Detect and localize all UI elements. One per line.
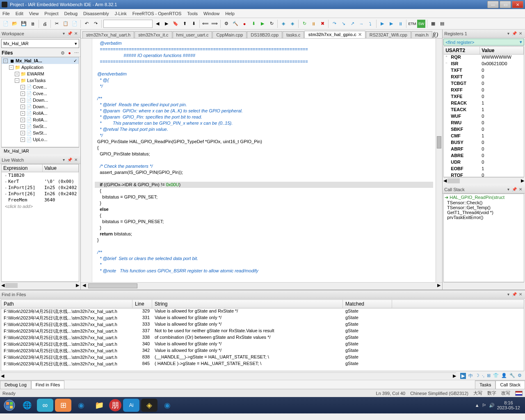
find-prev-icon[interactable]: ◀ — [153, 20, 162, 28]
fif-row[interactable]: F:\Work\2023年\4月25日\流水线...\stm32h7xx_hal… — [1, 335, 524, 341]
register-row[interactable]: +RQRWWWWWWW — [444, 55, 524, 61]
hscrollbar[interactable]: ◀▶ — [1, 372, 456, 379]
editor-tab[interactable]: DS18B20.cpp — [247, 31, 282, 38]
tree-row[interactable]: +📄RollA... — [2, 116, 79, 123]
find-register-combo[interactable]: <find register> ▾ — [443, 39, 524, 46]
menu-jlink[interactable]: J-Link — [114, 11, 126, 16]
bookmark-icon[interactable]: 🔖 — [171, 20, 180, 28]
project-tree[interactable]: −◼Mx_Hal_IA...✓−📁Application+📁EWARM−📁Lsx… — [1, 57, 79, 147]
download-icon[interactable]: ⬇ — [249, 20, 258, 28]
print-icon[interactable]: 🖨 — [41, 20, 49, 28]
stop-icon[interactable]: ✖ — [318, 20, 326, 28]
tree-row[interactable]: +📄Down... — [2, 97, 79, 103]
start-button[interactable] — [2, 399, 17, 412]
tree-row[interactable]: −📁Application — [2, 64, 79, 71]
tree-row[interactable]: +📄Cove... — [2, 84, 79, 90]
fif-col[interactable]: Path — [1, 300, 132, 308]
tree-row[interactable]: +📁EWARM — [2, 71, 79, 77]
menu-tools[interactable]: Tools — [187, 11, 198, 16]
fif-row[interactable]: F:\Work\2023年\4月25日\流水线...\stm32h7xx_hal… — [1, 348, 524, 354]
register-row[interactable]: WUF0 — [444, 114, 524, 120]
toggle-bp-icon[interactable]: ● — [240, 20, 249, 28]
registers-table[interactable]: USART2 Value +RQRWWWWWWW−ISR0x006210D0TX… — [443, 46, 524, 177]
menu-project[interactable]: Project — [44, 11, 58, 16]
tree-row[interactable]: +📄RollA... — [2, 110, 79, 116]
break-icon[interactable]: ⏸ — [309, 20, 317, 28]
close-button[interactable]: ✕ — [512, 1, 523, 8]
panel-dropdown-icon[interactable]: ▾ — [61, 31, 66, 37]
compile-icon[interactable]: ⚙ — [222, 20, 231, 28]
orange-icon[interactable]: ⊞ — [55, 399, 71, 412]
ch-icon[interactable]: 中 — [468, 373, 473, 379]
tray-action-icon[interactable]: 🏳 — [482, 403, 486, 408]
make-icon[interactable]: 🔨 — [231, 20, 240, 28]
panel-close-icon[interactable]: ✕ — [518, 292, 523, 297]
panel-close-icon[interactable]: ✕ — [73, 157, 79, 163]
swo-icon[interactable]: SW — [417, 20, 425, 28]
find-next-icon[interactable]: ▶ — [162, 20, 171, 28]
square-icon[interactable]: ▶ — [460, 373, 466, 379]
register-row[interactable]: TCBGT0 — [444, 81, 524, 87]
hscrollbar[interactable] — [443, 282, 524, 289]
wrench-icon[interactable]: 🔧 — [509, 373, 515, 379]
etm-icon[interactable]: ETM — [408, 20, 416, 28]
debug-icon[interactable]: ▶ — [258, 20, 267, 28]
register-row[interactable]: BUSY0 — [444, 140, 524, 146]
flag-icon[interactable] — [515, 391, 523, 396]
bookmark-prev-icon[interactable]: ⬆ — [180, 20, 189, 28]
cube2-icon[interactable]: ◈ — [288, 20, 297, 28]
run-cursor-icon[interactable]: ⤵ — [366, 20, 374, 28]
editor-tab[interactable]: RS232AT_Wifi.cpp — [366, 31, 411, 38]
register-row[interactable]: RWU0 — [444, 120, 524, 127]
step-next-icon[interactable]: → — [357, 20, 365, 28]
fif-row[interactable]: F:\Work\2023年\4月25日\流水线...\stm32h7xx_hal… — [1, 361, 524, 368]
moon-icon[interactable]: ☽ — [475, 373, 479, 379]
panel-pin-icon[interactable]: 📌 — [511, 292, 517, 297]
callstack-row[interactable]: TSensor::Check() — [445, 200, 523, 205]
menu-view[interactable]: View — [29, 11, 39, 16]
workspace-combo[interactable]: Mx_Hal_IAR ▾ — [1, 39, 79, 48]
col-value[interactable]: Value — [43, 164, 79, 172]
tray-date[interactable]: 2023-05-12 — [497, 405, 520, 410]
undo-icon[interactable]: ↶ — [82, 20, 91, 28]
fif-col[interactable]: Line — [132, 300, 152, 308]
person-icon[interactable]: 👤 — [501, 373, 507, 379]
dots-icon[interactable]: ⋯ — [74, 50, 79, 56]
copy-icon[interactable]: 📋 — [62, 20, 70, 28]
fif-row[interactable]: F:\Work\2023年\4月25日\流水线...\stm32h7xx_hal… — [1, 341, 524, 348]
livewatch-row[interactable]: FreeMem3640 — [2, 197, 79, 203]
bottom-tab[interactable]: Find in Files — [31, 381, 64, 389]
livewatch-table[interactable]: Expression Value +T18B20+KerT'\0' (0x00)… — [1, 164, 79, 282]
panel-pin-icon[interactable]: 📌 — [511, 187, 517, 192]
gear2-icon[interactable]: ⚙ — [518, 373, 522, 379]
tree-row[interactable]: +📄Down... — [2, 103, 79, 110]
fif-row[interactable]: F:\Work\2023年\4月25日\流水线...\stm32h7xx_hal… — [1, 354, 524, 361]
menu-debug[interactable]: Debug — [64, 11, 78, 16]
col-reg-value[interactable]: Value — [480, 47, 524, 54]
code-editor[interactable]: @verbatim ==============================… — [92, 39, 436, 282]
menu-help[interactable]: Help — [225, 11, 235, 16]
tree-row[interactable]: −📁LsxTasks — [2, 77, 79, 84]
livewatch-row[interactable]: +InPort[25]In25 (0x2402 — [2, 185, 79, 191]
bottom-tab[interactable]: Call Stack — [495, 381, 525, 389]
panel-close-icon[interactable]: ✕ — [73, 31, 79, 37]
semi-icon[interactable]: ·, — [482, 373, 484, 379]
callstack-row[interactable]: prvTaskExitError() — [445, 215, 523, 220]
tray-vol-icon[interactable]: 🔊 — [489, 403, 495, 408]
fif-row[interactable]: F:\Work\2023年\4月25日\流水线...\stm32h7xx_hal… — [1, 328, 524, 335]
register-row[interactable]: RXFF0 — [444, 87, 524, 94]
editor-tab[interactable]: main.h — [411, 31, 432, 38]
pause-icon[interactable]: ⏸ — [396, 20, 404, 28]
nav-back-icon[interactable]: ⟸ — [201, 20, 210, 28]
editor-tab[interactable]: tasks.c — [283, 31, 304, 38]
fif-row[interactable]: F:\Work\2023年\4月25日\流水线...\stm32h7xx_hal… — [1, 308, 524, 315]
tree-row[interactable]: +📄SwSt... — [2, 130, 79, 136]
open-icon[interactable]: 📂 — [11, 20, 19, 28]
register-row[interactable]: ABRF0 — [444, 146, 524, 153]
grid-icon[interactable]: ⊞ — [487, 373, 491, 379]
col-expression[interactable]: Expression — [2, 164, 43, 172]
fif-col[interactable]: String — [152, 300, 343, 308]
infinity-icon[interactable]: ∞ — [37, 399, 53, 412]
editor-tab[interactable]: stm32h7xx_it.c — [135, 31, 172, 38]
register-row[interactable]: ABRE0 — [444, 153, 524, 160]
